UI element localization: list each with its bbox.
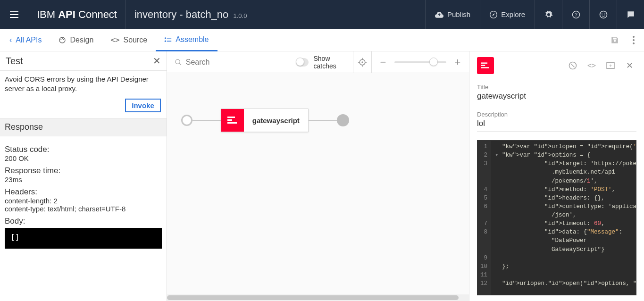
test-panel: Test ✕ Avoid CORS errors by using the AP… bbox=[0, 51, 167, 301]
explore-button[interactable]: Explore bbox=[480, 0, 535, 29]
tab-source[interactable]: <> Source bbox=[102, 29, 156, 51]
description-field[interactable]: lol bbox=[477, 118, 636, 132]
svg-rect-26 bbox=[227, 119, 232, 121]
close-test-panel-button[interactable]: ✕ bbox=[153, 55, 161, 67]
more-vertical-icon bbox=[633, 36, 635, 44]
svg-point-20 bbox=[361, 61, 363, 63]
body-label: Body: bbox=[5, 217, 162, 226]
svg-line-18 bbox=[179, 63, 181, 65]
gear-icon bbox=[544, 10, 553, 19]
view-source-button[interactable]: <> bbox=[585, 59, 599, 73]
close-properties-button[interactable]: ✕ bbox=[622, 59, 636, 73]
chevron-left-icon: ‹ bbox=[9, 36, 12, 44]
all-apis-link[interactable]: ‹ All APIs bbox=[1, 29, 50, 51]
test-note: Avoid CORS errors by using the API Desig… bbox=[0, 71, 167, 96]
test-panel-header: Test ✕ bbox=[0, 51, 167, 71]
zoom-controls: − + bbox=[372, 51, 469, 73]
close-icon: ✕ bbox=[626, 60, 633, 71]
headers-value-1: content-length: 2 bbox=[5, 197, 162, 205]
svg-rect-13 bbox=[167, 41, 172, 42]
show-catches-label: Show catches bbox=[313, 55, 345, 70]
tab-design[interactable]: Design bbox=[50, 29, 102, 51]
messages-button[interactable] bbox=[617, 0, 644, 29]
api-title: inventory - batch_no 1.0.0 bbox=[126, 8, 255, 21]
expand-button[interactable]: + bbox=[603, 59, 618, 73]
account-button[interactable] bbox=[589, 0, 617, 29]
test-panel-title: Test bbox=[6, 56, 23, 67]
search-icon bbox=[175, 59, 182, 66]
response-time-value: 23ms bbox=[5, 176, 162, 184]
svg-point-10 bbox=[165, 37, 166, 39]
locate-button[interactable] bbox=[353, 51, 372, 73]
gatewayscript-node[interactable]: gatewayscript bbox=[221, 109, 309, 132]
status-code-value: 200 OK bbox=[5, 154, 162, 162]
expand-icon: + bbox=[606, 62, 615, 69]
node-type-badge bbox=[477, 57, 494, 74]
horizontal-scrollbar[interactable] bbox=[167, 294, 469, 301]
svg-rect-27 bbox=[227, 122, 237, 124]
zoom-out-button[interactable]: − bbox=[376, 56, 390, 68]
svg-point-17 bbox=[176, 59, 180, 64]
menu-button[interactable] bbox=[0, 0, 28, 29]
flow-connector bbox=[192, 120, 221, 121]
body-value: [] bbox=[5, 228, 162, 249]
crosshair-icon bbox=[358, 58, 367, 67]
headers-value-2: content-type: text/html; charset=UTF-8 bbox=[5, 205, 162, 213]
canvas-area: Show catches − + gatewayscript bbox=[167, 51, 469, 301]
publish-button[interactable]: Publish bbox=[425, 0, 480, 29]
main-row: Test ✕ Avoid CORS errors by using the AP… bbox=[0, 51, 644, 301]
svg-point-14 bbox=[633, 36, 635, 38]
code-icon: <> bbox=[110, 35, 119, 44]
assemble-icon bbox=[164, 37, 172, 42]
response-time-label: Response time: bbox=[5, 166, 162, 176]
gatewayscript-icon bbox=[221, 109, 244, 132]
save-button[interactable] bbox=[605, 29, 624, 51]
code-editor[interactable]: 123 456 78 9101112 "kw">var "id">urlopen… bbox=[477, 140, 636, 295]
save-icon bbox=[611, 36, 619, 44]
svg-point-5 bbox=[604, 13, 605, 14]
show-catches-toggle[interactable]: Show catches bbox=[288, 51, 353, 73]
title-field[interactable]: gatewayscript bbox=[477, 91, 636, 104]
svg-point-15 bbox=[633, 39, 635, 41]
search-input[interactable] bbox=[186, 58, 280, 67]
brand-label: IBM API Connect bbox=[28, 8, 125, 21]
flow-end-node[interactable] bbox=[337, 114, 349, 126]
code-gutter: 123 456 78 9101112 bbox=[477, 141, 491, 295]
svg-point-8 bbox=[62, 38, 63, 39]
toggle-switch[interactable] bbox=[296, 58, 309, 67]
blocked-icon bbox=[568, 61, 577, 70]
title-field-label: Title bbox=[477, 84, 636, 91]
headers-label: Headers: bbox=[5, 187, 162, 197]
zoom-slider[interactable] bbox=[394, 61, 446, 63]
svg-text:?: ? bbox=[575, 11, 577, 17]
code-content[interactable]: "kw">var "id">urlopen = "id">require('ur… bbox=[491, 141, 636, 295]
help-button[interactable]: ? bbox=[562, 0, 589, 29]
node-label: gatewayscript bbox=[244, 117, 308, 125]
svg-rect-30 bbox=[481, 67, 489, 68]
tab-assemble[interactable]: Assemble bbox=[156, 29, 217, 51]
response-heading: Response bbox=[0, 118, 167, 136]
svg-rect-32 bbox=[571, 64, 575, 67]
disable-button[interactable] bbox=[566, 59, 580, 73]
flow-connector bbox=[309, 120, 337, 121]
svg-rect-11 bbox=[167, 38, 172, 39]
gatewayscript-icon bbox=[481, 62, 490, 69]
canvas-content[interactable]: gatewayscript bbox=[167, 73, 469, 301]
svg-point-12 bbox=[165, 40, 166, 42]
svg-point-4 bbox=[601, 13, 602, 14]
zoom-in-button[interactable]: + bbox=[451, 56, 464, 68]
svg-rect-29 bbox=[481, 65, 485, 66]
more-button[interactable] bbox=[624, 29, 643, 51]
assembly-flow: gatewayscript bbox=[181, 109, 349, 132]
code-icon: <> bbox=[587, 61, 596, 70]
svg-rect-28 bbox=[481, 62, 487, 63]
sub-nav: ‹ All APIs Design <> Source Assemble bbox=[0, 29, 644, 51]
response-body: Status code: 200 OK Response time: 23ms … bbox=[0, 136, 167, 253]
svg-point-16 bbox=[633, 42, 635, 44]
palette-icon bbox=[59, 36, 66, 44]
settings-button[interactable] bbox=[535, 0, 562, 29]
invoke-button[interactable]: Invoke bbox=[125, 99, 161, 112]
scrollbar-thumb[interactable] bbox=[167, 295, 459, 300]
flow-start-node[interactable] bbox=[181, 115, 192, 126]
properties-panel: <> + ✕ Title gatewayscript Description l… bbox=[469, 51, 644, 301]
